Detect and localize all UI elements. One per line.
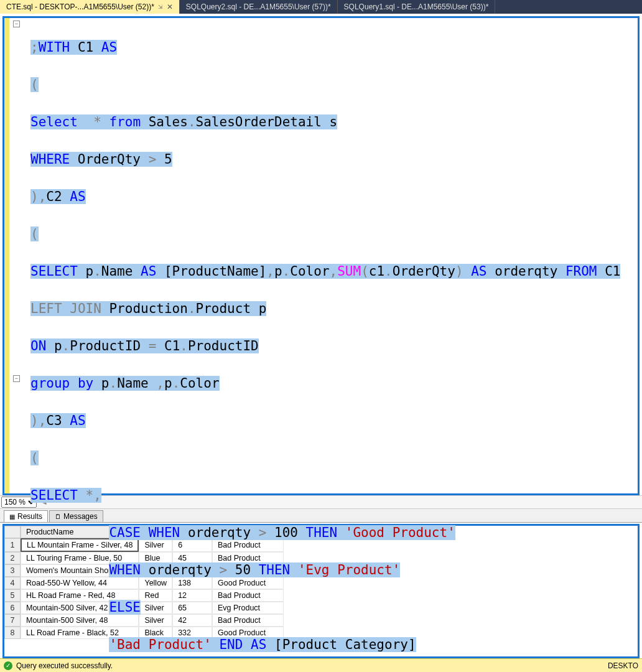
row-header-corner <box>4 526 21 538</box>
tab-label: SQLQuery2.sql - DE...A1M5655\User (57))* <box>186 2 331 11</box>
change-marker <box>4 18 9 493</box>
tab-sqlquery2[interactable]: SQLQuery2.sql - DE...A1M5655\User (57))* <box>180 0 338 14</box>
document-tabbar: CTE.sql - DESKTOP-...A1M5655\User (52))*… <box>0 0 642 14</box>
pin-icon[interactable]: ⇲ <box>158 4 163 10</box>
tab-label: CTE.sql - DESKTOP-...A1M5655\User (52))* <box>6 2 154 11</box>
outline-collapse-icon[interactable]: − <box>13 21 20 27</box>
grid-icon: ▦ <box>9 513 15 520</box>
code-content[interactable]: ;WITH C1 AS ( Select * from Sales.SalesO… <box>30 19 634 672</box>
tab-sqlquery1[interactable]: SQLQuery1.sql - DE...A1M5655\User (53))* <box>338 0 496 14</box>
editor-gutter: − − <box>4 18 30 493</box>
close-icon[interactable]: ✕ <box>167 2 173 11</box>
success-icon: ✓ <box>4 661 12 670</box>
sql-editor[interactable]: − − ;WITH C1 AS ( Select * from Sales.Sa… <box>2 16 640 495</box>
outline-collapse-icon[interactable]: − <box>13 375 20 382</box>
tab-label: SQLQuery1.sql - DE...A1M5655\User (53))* <box>344 2 489 11</box>
tab-cte-sql[interactable]: CTE.sql - DESKTOP-...A1M5655\User (52))*… <box>0 0 180 14</box>
